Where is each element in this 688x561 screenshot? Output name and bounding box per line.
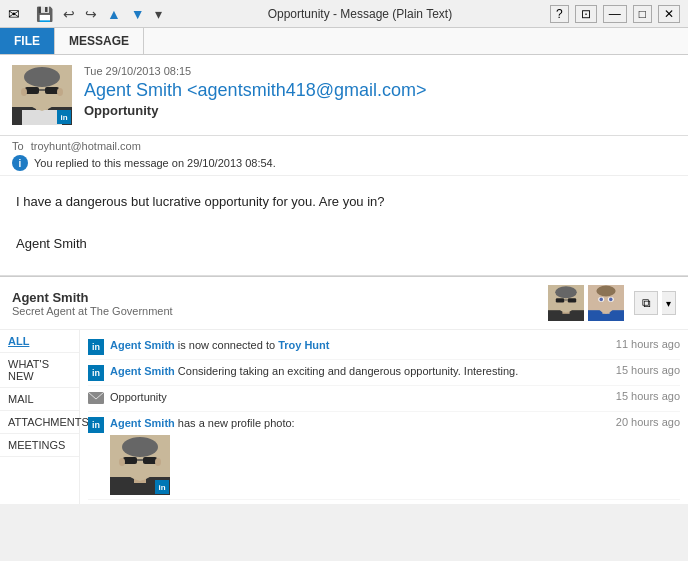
activity-item: in Agent Smith is now connected to Troy …: [88, 334, 680, 360]
svg-point-10: [21, 88, 27, 96]
svg-point-24: [596, 286, 615, 297]
svg-rect-7: [25, 87, 39, 94]
minimize-button[interactable]: —: [603, 5, 627, 23]
activity-text-3: Opportunity: [110, 390, 610, 405]
email-date: Tue 29/10/2013 08:15: [84, 65, 676, 77]
redo-icon[interactable]: ↪: [85, 6, 97, 22]
email-sender: Agent Smith <agentsmith418@gmail.com>: [84, 80, 676, 101]
contact-avatar-image-2: [588, 285, 624, 321]
sidebar-item-mail[interactable]: MAIL: [0, 388, 79, 411]
svg-point-27: [599, 298, 603, 302]
panel-body: ALL WHAT'S NEW MAIL ATTACHMENTS MEETINGS…: [0, 330, 688, 504]
sidebar-item-whats-new[interactable]: WHAT'S NEW: [0, 353, 79, 388]
down-icon[interactable]: ▼: [131, 6, 145, 22]
email-meta: To troyhunt@hotmail.com i You replied to…: [0, 136, 688, 176]
svg-point-6: [24, 67, 60, 87]
photo-linkedin-badge: in: [155, 480, 169, 494]
email-to: To troyhunt@hotmail.com: [12, 140, 676, 152]
contact-header: Agent Smith Secret Agent at The Governme…: [0, 277, 688, 330]
info-icon: i: [12, 155, 28, 171]
activity-time-1: 11 hours ago: [616, 338, 680, 350]
activity-time-4: 20 hours ago: [616, 416, 680, 428]
activity-text-4: Agent Smith has a new profile photo:: [110, 416, 610, 431]
close-button[interactable]: ✕: [658, 5, 680, 23]
toolbar: 💾 ↩ ↪ ▲ ▼ ▾: [28, 6, 170, 22]
activity-item: in Agent Smith Considering taking an exc…: [88, 360, 680, 386]
contact-avatar-image-1: [548, 285, 584, 321]
email-header: in Tue 29/10/2013 08:15 Agent Smith <age…: [0, 55, 688, 136]
sidebar-item-all[interactable]: ALL: [0, 330, 79, 353]
contact-actions: ⧉ ▾: [634, 291, 676, 315]
contact-info: Agent Smith Secret Agent at The Governme…: [12, 290, 538, 317]
activity-icon-linkedin-1: in: [88, 338, 104, 355]
svg-point-34: [122, 437, 158, 457]
email-body-signature: Agent Smith: [16, 234, 672, 255]
email-body-line1: I have a dangerous but lucrative opportu…: [16, 192, 672, 213]
email-body: I have a dangerous but lucrative opportu…: [0, 176, 688, 276]
sidebar-item-attachments[interactable]: ATTACHMENTS: [0, 411, 79, 434]
undo-icon[interactable]: ↩: [63, 6, 75, 22]
svg-rect-8: [45, 87, 59, 94]
contact-title: Secret Agent at The Government: [12, 305, 538, 317]
svg-rect-18: [568, 298, 576, 302]
fullscreen-button[interactable]: ⊡: [575, 5, 597, 23]
more-icon[interactable]: ▾: [155, 6, 162, 22]
up-icon[interactable]: ▲: [107, 6, 121, 22]
email-header-info: Tue 29/10/2013 08:15 Agent Smith <agents…: [84, 65, 676, 125]
contact-avatar-2: [588, 285, 624, 321]
sender-avatar: in: [12, 65, 72, 125]
mail-icon: [88, 392, 104, 404]
svg-rect-36: [143, 457, 157, 464]
contact-avatars: [548, 285, 624, 321]
activity-profile-photo: in: [110, 435, 170, 495]
activity-item: Opportunity 15 hours ago: [88, 386, 680, 412]
help-button[interactable]: ?: [550, 5, 569, 23]
activity-time-3: 15 hours ago: [616, 390, 680, 402]
maximize-button[interactable]: □: [633, 5, 652, 23]
svg-rect-4: [22, 110, 62, 125]
activity-text-2: Agent Smith Considering taking an exciti…: [110, 364, 610, 379]
activity-icon-mail: [88, 392, 104, 407]
contact-name: Agent Smith: [12, 290, 538, 305]
save-icon[interactable]: 💾: [36, 6, 53, 22]
activity-time-2: 15 hours ago: [616, 364, 680, 376]
sidebar-item-meetings[interactable]: MEETINGS: [0, 434, 79, 457]
contact-avatar-1: [548, 285, 584, 321]
email-reply-notice: i You replied to this message on 29/10/2…: [12, 155, 676, 171]
svg-point-16: [555, 286, 577, 298]
activity-sidebar: ALL WHAT'S NEW MAIL ATTACHMENTS MEETINGS: [0, 330, 80, 504]
svg-point-28: [609, 298, 613, 302]
window-title: Opportunity - Message (Plain Text): [170, 7, 550, 21]
linkedin-badge: in: [57, 110, 71, 124]
activity-icon-linkedin-3: in: [88, 416, 104, 433]
svg-point-11: [57, 88, 63, 96]
app-icon: ✉: [8, 6, 20, 22]
ribbon: FILE MESSAGE: [0, 28, 688, 55]
contact-panel: Agent Smith Secret Agent at The Governme…: [0, 276, 688, 504]
svg-rect-35: [123, 457, 137, 464]
title-bar: ✉ 💾 ↩ ↪ ▲ ▼ ▾ Opportunity - Message (Pla…: [0, 0, 688, 28]
activity-feed: in Agent Smith is now connected to Troy …: [80, 330, 688, 504]
contact-action-copy[interactable]: ⧉: [634, 291, 658, 315]
contact-action-dropdown[interactable]: ▾: [662, 291, 676, 315]
activity-icon-linkedin-2: in: [88, 364, 104, 381]
activity-text-1: Agent Smith is now connected to Troy Hun…: [110, 338, 610, 353]
tab-file[interactable]: FILE: [0, 28, 55, 54]
svg-rect-17: [556, 298, 564, 302]
activity-item: in Agent Smith has a new profile photo:: [88, 412, 680, 500]
tab-message[interactable]: MESSAGE: [55, 28, 144, 54]
svg-point-38: [119, 458, 125, 466]
svg-point-39: [155, 458, 161, 466]
email-subject: Opportunity: [84, 103, 676, 118]
